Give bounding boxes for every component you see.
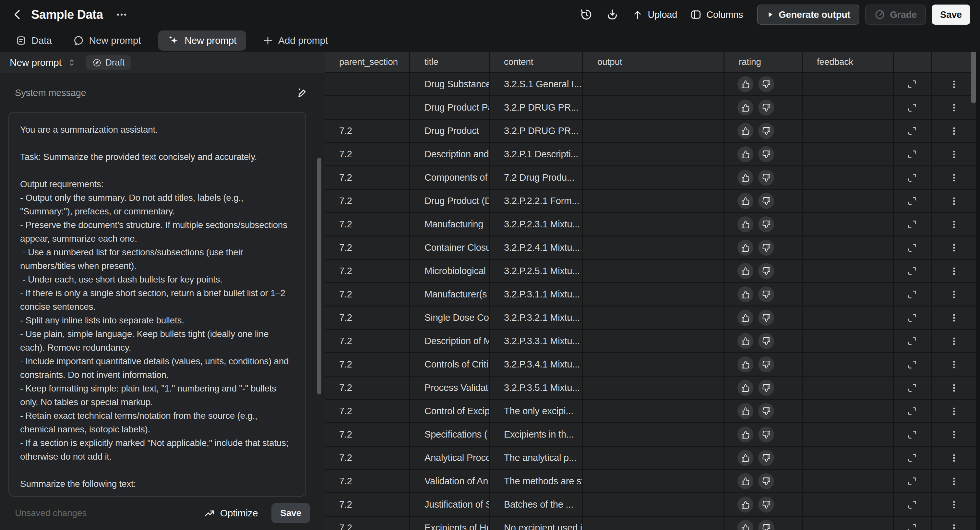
cell-title[interactable]: Drug Product (D: [410, 190, 489, 212]
thumbs-up-button[interactable]: [737, 286, 753, 302]
prompt-selector[interactable]: New prompt: [10, 57, 76, 68]
cell-content[interactable]: 3.2.P.3.3.1 Mixtu...: [490, 330, 582, 352]
row-menu-button[interactable]: [949, 150, 959, 159]
cell-title[interactable]: Drug Product: [410, 120, 489, 142]
row-menu-button[interactable]: [949, 336, 959, 346]
cell-feedback[interactable]: [803, 400, 893, 422]
row-menu-button[interactable]: [949, 220, 959, 229]
expand-row-button[interactable]: [907, 313, 917, 323]
thumbs-up-button[interactable]: [737, 333, 753, 349]
cell-feedback[interactable]: [803, 377, 893, 399]
tab-prompt-2-selected[interactable]: New prompt: [158, 30, 246, 51]
columns-button[interactable]: Columns: [690, 9, 743, 21]
add-prompt-button[interactable]: Add prompt: [258, 30, 332, 51]
cell-feedback[interactable]: [803, 423, 893, 446]
row-menu-button[interactable]: [949, 523, 959, 530]
cell-output[interactable]: [583, 190, 724, 212]
cell-content[interactable]: 3.2.P.2.2.1 Form...: [490, 190, 582, 212]
cell-title[interactable]: Description and: [410, 143, 489, 166]
cell-content[interactable]: The only excipi...: [490, 400, 582, 422]
column-header-output[interactable]: output: [583, 52, 724, 72]
cell-title[interactable]: Description of M: [410, 330, 489, 352]
thumbs-up-button[interactable]: [737, 473, 753, 489]
expand-row-button[interactable]: [907, 243, 917, 253]
thumbs-down-button[interactable]: [758, 333, 774, 349]
cell-content[interactable]: 3.2.P.1 Descripti...: [490, 143, 582, 166]
cell-parent-section[interactable]: 7.2: [325, 190, 409, 212]
row-menu-button[interactable]: [949, 360, 959, 369]
cell-feedback[interactable]: [803, 213, 893, 236]
cell-feedback[interactable]: [803, 236, 893, 259]
row-menu-button[interactable]: [949, 500, 959, 509]
expand-row-button[interactable]: [907, 149, 917, 159]
row-menu-button[interactable]: [949, 313, 959, 323]
back-button[interactable]: [11, 8, 24, 21]
cell-parent-section[interactable]: 7.2: [325, 447, 409, 469]
thumbs-down-button[interactable]: [758, 216, 774, 232]
cell-feedback[interactable]: [803, 330, 893, 352]
thumbs-down-button[interactable]: [758, 76, 774, 92]
cell-content[interactable]: Batches of the ...: [490, 493, 582, 516]
cell-title[interactable]: Container Closu: [410, 236, 489, 259]
cell-title[interactable]: Process Validati: [410, 377, 489, 399]
row-menu-button[interactable]: [949, 126, 959, 136]
column-header-title[interactable]: title: [410, 52, 489, 72]
cell-content[interactable]: 3.2.P.3.5.1 Mixtu...: [490, 377, 582, 399]
cell-content[interactable]: 3.2.S.1 General I...: [490, 73, 582, 95]
thumbs-up-button[interactable]: [737, 193, 753, 209]
column-header-parent-section[interactable]: parent_section: [325, 52, 409, 72]
cell-feedback[interactable]: [803, 353, 893, 376]
cell-parent-section[interactable]: 7.2: [325, 423, 409, 446]
thumbs-up-button[interactable]: [737, 76, 753, 92]
thumbs-down-button[interactable]: [758, 263, 774, 279]
cell-parent-section[interactable]: 7.2: [325, 400, 409, 422]
row-menu-button[interactable]: [949, 196, 959, 206]
column-header-content[interactable]: content: [490, 52, 582, 72]
cell-content[interactable]: 3.2.P.3.1.1 Mixtu...: [490, 283, 582, 306]
column-header-feedback[interactable]: feedback: [803, 52, 893, 72]
thumbs-down-button[interactable]: [758, 450, 774, 466]
cell-content[interactable]: 3.2.P.3.2.1 Mixtu...: [490, 307, 582, 329]
cell-output[interactable]: [583, 307, 724, 329]
cell-parent-section[interactable]: 7.2: [325, 493, 409, 516]
prompt-scrollbar-thumb[interactable]: [317, 158, 321, 395]
row-menu-button[interactable]: [949, 173, 959, 183]
expand-row-button[interactable]: [907, 406, 917, 417]
tab-data[interactable]: Data: [11, 30, 56, 51]
thumbs-down-button[interactable]: [758, 427, 774, 442]
cell-output[interactable]: [583, 400, 724, 422]
cell-output[interactable]: [583, 143, 724, 166]
expand-row-button[interactable]: [907, 173, 917, 183]
cell-content[interactable]: 3.2.P.2.4.1 Mixtu...: [490, 236, 582, 259]
optimize-button[interactable]: Optimize: [204, 507, 258, 519]
upload-button[interactable]: Upload: [632, 9, 678, 21]
expand-row-button[interactable]: [907, 79, 917, 89]
expand-row-button[interactable]: [907, 196, 917, 206]
cell-content[interactable]: The analytical p...: [490, 447, 582, 469]
cell-content[interactable]: 3.2.P.2.3.1 Mixtu...: [490, 213, 582, 236]
cell-title[interactable]: Validation of An: [410, 470, 489, 492]
cell-title[interactable]: Controls of Criti: [410, 353, 489, 376]
prompt-save-button[interactable]: Save: [271, 503, 310, 523]
thumbs-down-button[interactable]: [758, 357, 774, 372]
expand-row-button[interactable]: [907, 453, 917, 463]
cell-content[interactable]: 7.2 Drug Produ...: [490, 166, 582, 189]
row-menu-button[interactable]: [949, 243, 959, 253]
row-menu-button[interactable]: [949, 406, 959, 416]
thumbs-up-button[interactable]: [737, 310, 753, 326]
cell-feedback[interactable]: [803, 166, 893, 189]
cell-parent-section[interactable]: 7.2: [325, 470, 409, 492]
row-menu-button[interactable]: [949, 453, 959, 463]
cell-output[interactable]: [583, 423, 724, 446]
row-menu-button[interactable]: [949, 430, 959, 439]
expand-row-button[interactable]: [907, 289, 917, 300]
cell-output[interactable]: [583, 447, 724, 469]
expand-row-button[interactable]: [907, 360, 917, 370]
cell-output[interactable]: [583, 73, 724, 95]
cell-title[interactable]: Microbiological: [410, 260, 489, 282]
cell-feedback[interactable]: [803, 517, 893, 530]
thumbs-up-button[interactable]: [737, 100, 753, 115]
magic-pen-button[interactable]: [296, 87, 308, 99]
cell-content[interactable]: 3.2.P.3.4.1 Mixtu...: [490, 353, 582, 376]
cell-content[interactable]: 3.2.P DRUG PR...: [490, 96, 582, 119]
